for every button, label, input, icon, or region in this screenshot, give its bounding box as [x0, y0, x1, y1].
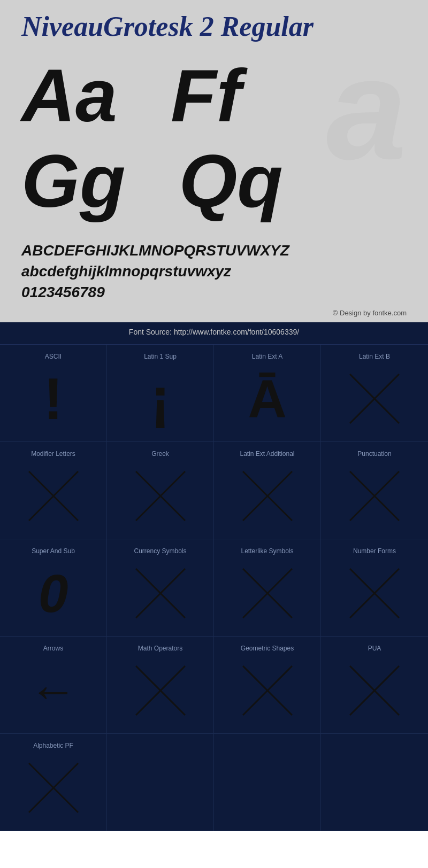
mathop-glyph	[128, 658, 193, 723]
latin1sup-glyph: ¡	[128, 367, 193, 431]
cross-icon-alphabeticpf	[27, 761, 80, 815]
geoshapes-glyph	[235, 658, 300, 723]
supersub-glyph: 0	[21, 561, 86, 625]
currency-label: Currency Symbols	[134, 547, 186, 555]
arrows-glyph: ←	[21, 658, 86, 723]
glyph-cell-latin1sup: Latin 1 Sup ¡	[107, 345, 214, 442]
cross-icon-geoshapes	[241, 664, 294, 717]
numbers: 0123456789	[21, 282, 407, 303]
cross-icon-modifier	[27, 469, 80, 523]
pua-label: PUA	[368, 645, 381, 652]
punctuation-glyph	[342, 464, 407, 528]
glyph-cell-supersub: Super And Sub 0	[0, 539, 107, 637]
glyph-cell-ascii: ASCII !	[0, 345, 107, 442]
glyph-cell-modifier: Modifier Letters	[0, 442, 107, 539]
pua-glyph	[342, 658, 407, 723]
empty-cell-1	[107, 734, 214, 831]
glyph-row-1: Aa Ff a	[21, 48, 407, 144]
greek-glyph	[128, 464, 193, 528]
glyph-cell-alphabeticpf: Alphabetic PF	[0, 734, 107, 831]
alphabet-section: ABCDEFGHIJKLMNOPQRSTUVWXYZ abcdefghijklm…	[0, 229, 428, 306]
arrows-label: Arrows	[43, 645, 63, 652]
cross-icon-currency	[134, 567, 187, 620]
ascii-glyph: !	[21, 367, 86, 431]
punctuation-label: Punctuation	[357, 450, 391, 458]
glyph-cell-mathop: Math Operators	[107, 637, 214, 734]
cross-icon-latinextb	[348, 372, 401, 425]
numberforms-glyph	[342, 561, 407, 625]
currency-glyph	[128, 561, 193, 625]
glyph-cell-pua: PUA	[321, 637, 428, 734]
glyph-cell-geoshapes: Geometric Shapes	[214, 637, 321, 734]
modifier-label: Modifier Letters	[31, 450, 75, 458]
latinextadd-label: Latin Ext Additional	[240, 450, 294, 458]
latinextb-label: Latin Ext B	[359, 353, 390, 360]
preview-section: NiveauGrotesk 2 Regular Aa Ff a Gg Qq	[0, 0, 428, 229]
latinexta-glyph: Ā	[235, 367, 300, 431]
mathop-label: Math Operators	[138, 645, 182, 652]
geoshapes-label: Geometric Shapes	[241, 645, 294, 652]
empty-cell-3	[321, 734, 428, 831]
glyph-gg: Gg	[21, 144, 125, 219]
glyph-cell-currency: Currency Symbols	[107, 539, 214, 637]
alphabet-upper: ABCDEFGHIJKLMNOPQRSTUVWXYZ	[21, 240, 407, 261]
cross-icon-punctuation	[348, 469, 401, 523]
empty-cell-2	[214, 734, 321, 831]
latinextadd-glyph	[235, 464, 300, 528]
zero-char: 0	[39, 567, 68, 620]
glyph-aa: Aa	[21, 58, 117, 133]
latin1sup-label: Latin 1 Sup	[144, 353, 177, 360]
arrow-left-char: ←	[29, 666, 78, 715]
dark-section: Font Source: http://www.fontke.com/font/…	[0, 322, 428, 831]
letterlike-glyph	[235, 561, 300, 625]
glyph-a-overlay: a	[326, 37, 407, 181]
cross-icon-greek	[134, 469, 187, 523]
glyph-cell-latinexta: Latin Ext A Ā	[214, 345, 321, 442]
supersub-label: Super And Sub	[32, 547, 75, 555]
glyph-ff: Ff	[171, 58, 241, 133]
cross-icon-latinextadd	[241, 469, 294, 523]
modifier-glyph	[21, 464, 86, 528]
inverted-exclaim-char: ¡	[150, 369, 170, 428]
greek-label: Greek	[151, 450, 169, 458]
latinextb-glyph	[342, 367, 407, 431]
abar-char: Ā	[248, 372, 286, 425]
alphabet-lower: abcdefghijklmnopqrstuvwxyz	[21, 261, 407, 282]
numberforms-label: Number Forms	[353, 547, 396, 555]
alphabeticpf-glyph	[21, 756, 86, 820]
copyright: © Design by fontke.com	[0, 306, 428, 322]
cross-icon-numberforms	[348, 567, 401, 620]
glyph-cell-arrows: Arrows ←	[0, 637, 107, 734]
glyph-qq: Qq	[179, 144, 282, 219]
glyph-cell-greek: Greek	[107, 442, 214, 539]
font-source: Font Source: http://www.fontke.com/font/…	[0, 322, 428, 345]
cross-icon-mathop	[134, 664, 187, 717]
glyph-cell-punctuation: Punctuation	[321, 442, 428, 539]
glyph-cell-latinextadd: Latin Ext Additional	[214, 442, 321, 539]
exclaim-char: !	[43, 369, 63, 428]
cross-icon-letterlike	[241, 567, 294, 620]
glyphs-grid: ASCII ! Latin 1 Sup ¡ Latin Ext A Ā Lati…	[0, 345, 428, 831]
glyph-cell-numberforms: Number Forms	[321, 539, 428, 637]
latinexta-label: Latin Ext A	[252, 353, 282, 360]
ascii-label: ASCII	[45, 353, 62, 360]
glyph-cell-letterlike: Letterlike Symbols	[214, 539, 321, 637]
glyph-cell-latinextb: Latin Ext B	[321, 345, 428, 442]
letterlike-label: Letterlike Symbols	[241, 547, 293, 555]
cross-icon-pua	[348, 664, 401, 717]
alphabeticpf-label: Alphabetic PF	[33, 742, 73, 749]
